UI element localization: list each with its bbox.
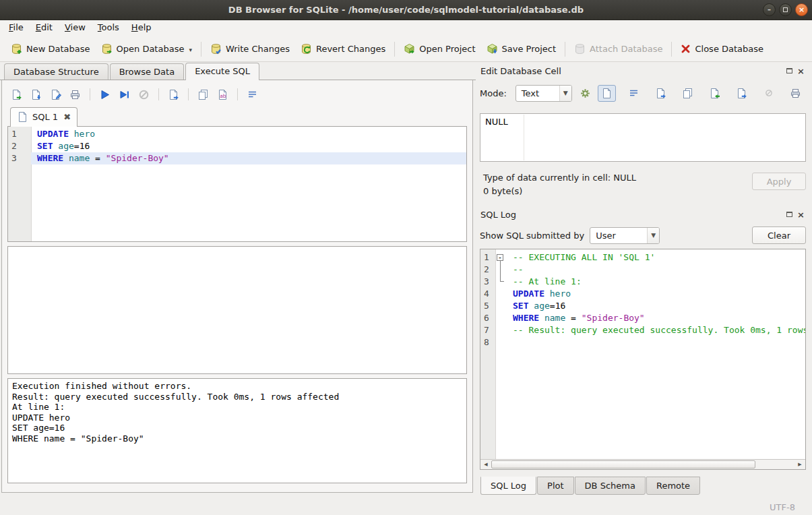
code-text: [507, 336, 805, 349]
print-sql-button[interactable]: [66, 86, 84, 103]
word-wrap-cell-icon: [628, 88, 639, 99]
execute-current-line-button[interactable]: [115, 86, 133, 103]
save-sql-file-button[interactable]: [27, 86, 45, 103]
log-filter-select[interactable]: User ▼: [590, 227, 660, 244]
scroll-right-icon[interactable]: ▶: [794, 460, 805, 469]
scroll-left-icon[interactable]: ◀: [480, 460, 491, 469]
line-number: 2: [480, 264, 495, 276]
log-horizontal-scrollbar[interactable]: ◀ ▶: [480, 459, 805, 469]
word-wrap-cell-button[interactable]: [625, 85, 643, 102]
open-database-icon: [101, 43, 113, 55]
attach-database-label: Attach Database: [590, 44, 662, 54]
save-sql-file-as-button[interactable]: [46, 86, 65, 103]
open-sql-new-tab-button[interactable]: [164, 86, 183, 103]
open-sql-new-tab-icon: [168, 89, 179, 100]
open-project-button[interactable]: Open Project: [398, 40, 480, 58]
log-controls: Show SQL submitted by User ▼ Clear: [480, 226, 806, 245]
set-null-button[interactable]: [759, 85, 778, 102]
execute-current-line-icon: [119, 89, 130, 100]
close-log-panel-icon[interactable]: ×: [797, 210, 805, 219]
print-cell-button[interactable]: [786, 85, 805, 102]
toolbar-separator: [158, 88, 159, 100]
word-wrap-button[interactable]: [243, 86, 261, 103]
open-database-button[interactable]: Open Database▾: [96, 40, 197, 58]
edit-cell-header: Edit Database Cell ×: [480, 63, 806, 78]
mode-select[interactable]: Text ▼: [516, 85, 572, 102]
scrollbar-track[interactable]: [491, 460, 794, 469]
float-log-panel-button[interactable]: [786, 212, 792, 217]
tab-execute-sql[interactable]: Execute SQL: [185, 63, 259, 80]
write-changes-button[interactable]: Write Changes: [205, 40, 295, 58]
clear-log-button[interactable]: Clear: [752, 226, 806, 244]
tab-browse-data[interactable]: Browse Data: [110, 63, 185, 80]
sql-log-view[interactable]: 1--- EXECUTING ALL IN 'SQL 1'2--3-- At l…: [480, 249, 805, 459]
toolbar-separator: [188, 88, 189, 100]
line-number: 7: [480, 324, 495, 336]
revert-changes-button[interactable]: Revert Changes: [295, 40, 391, 58]
sql-file-icon: [17, 111, 28, 123]
code-text: --: [507, 264, 805, 276]
code-text: -- At line 1:: [507, 276, 805, 288]
import-cell-data-button[interactable]: [706, 85, 724, 102]
fold-margin[interactable]: -: [495, 251, 507, 264]
close-tab-icon[interactable]: ✖: [63, 113, 71, 121]
code-line: 3WHERE name = "Spider-Boy": [8, 152, 466, 164]
close-icon: ×: [799, 6, 805, 13]
close-panel-icon[interactable]: ×: [797, 67, 805, 75]
code-line: 2--: [480, 264, 805, 276]
configure-button[interactable]: [576, 84, 595, 102]
export-results-button[interactable]: [194, 86, 212, 103]
export-cell-data-button[interactable]: [732, 85, 751, 102]
tab-plot[interactable]: Plot: [537, 477, 574, 495]
find-replace-icon: ab: [217, 89, 228, 100]
sql-editor[interactable]: 1UPDATE hero2SET age=163WHERE name = "Sp…: [7, 126, 467, 242]
save-project-button[interactable]: Save Project: [481, 40, 562, 58]
apply-button[interactable]: Apply: [752, 173, 806, 190]
tab-db-schema[interactable]: DB Schema: [575, 477, 646, 495]
menu-help[interactable]: Help: [125, 20, 158, 36]
menu-file[interactable]: File: [3, 20, 30, 36]
float-panel-button[interactable]: [786, 68, 792, 73]
close-database-button[interactable]: Close Database: [675, 40, 769, 57]
title-bar[interactable]: DB Browser for SQLite - /home/user/code/…: [0, 0, 812, 20]
code-text: WHERE name = "Spider-Boy": [31, 152, 466, 164]
menu-view[interactable]: View: [59, 20, 92, 36]
new-database-button[interactable]: New Database: [5, 40, 96, 58]
open-sql-file-button[interactable]: [7, 86, 26, 103]
minimize-button[interactable]: –: [763, 3, 776, 16]
tab-database-structure[interactable]: Database Structure: [4, 63, 108, 80]
export-results-icon: [197, 89, 209, 100]
execution-messages[interactable]: Execution finished without errors.Result…: [7, 378, 467, 483]
menu-edit[interactable]: Edit: [30, 20, 59, 36]
fold-margin: [495, 300, 507, 312]
attach-database-button[interactable]: Attach Database: [569, 40, 668, 58]
mode-value: Text: [516, 88, 559, 98]
fold-margin: [495, 312, 507, 324]
cell-value-editor[interactable]: NULL: [480, 113, 806, 162]
toolbar-separator: [565, 42, 565, 57]
tab-remote[interactable]: Remote: [646, 477, 700, 495]
new-database-label: New Database: [26, 44, 90, 54]
text-document-button[interactable]: [598, 85, 616, 102]
execute-sql-panel: ab SQL 1 ✖ 1UPDATE hero2SET age=163WHERE…: [1, 80, 473, 493]
menu-tools[interactable]: Tools: [92, 20, 125, 36]
copy-cell-button[interactable]: [679, 85, 697, 102]
tab-sql-log[interactable]: SQL Log: [480, 477, 536, 495]
tab-sql-1[interactable]: SQL 1 ✖: [10, 107, 77, 127]
configure-icon: [580, 88, 591, 99]
word-wrap-icon: [247, 89, 258, 100]
edit-cell-title: Edit Database Cell: [480, 66, 561, 76]
results-grid[interactable]: [7, 246, 467, 374]
code-line: 2SET age=16: [8, 140, 466, 152]
close-window-button[interactable]: ×: [795, 3, 808, 16]
find-replace-button[interactable]: ab: [214, 86, 232, 103]
new-database-icon: [11, 43, 22, 55]
open-in-external-button[interactable]: [652, 85, 670, 102]
execute-all-button[interactable]: [96, 86, 114, 103]
scrollbar-thumb[interactable]: [491, 460, 755, 468]
main-tab-bar: Database StructureBrowse DataExecute SQL: [0, 62, 476, 80]
maximize-button[interactable]: [779, 3, 792, 16]
dropdown-arrow-icon[interactable]: ▾: [189, 47, 192, 55]
stop-execution-button[interactable]: [135, 86, 153, 103]
revert-changes-icon: [301, 43, 312, 55]
